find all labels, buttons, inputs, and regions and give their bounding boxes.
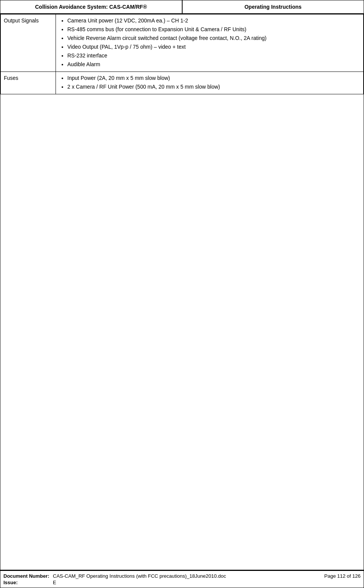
list-item: 2 x Camera / RF Unit Power (500 mA, 20 m… <box>67 83 360 91</box>
table-row: FusesInput Power (2A, 20 mm x 5 mm slow … <box>1 72 364 94</box>
bullet-list: Camera Unit power (12 VDC, 200mA ea.) – … <box>60 17 360 68</box>
spec-table: Output SignalsCamera Unit power (12 VDC,… <box>0 14 364 94</box>
list-item: Video Output (PAL, 1Vp-p / 75 ohm) – vid… <box>67 43 360 51</box>
list-item: RS-232 interface <box>67 52 360 60</box>
page-header: Collision Avoidance System: CAS-CAM/RF® … <box>0 0 364 14</box>
page-wrapper: Collision Avoidance System: CAS-CAM/RF® … <box>0 0 364 588</box>
list-item: Audible Alarm <box>67 60 360 68</box>
doc-number-label: Document Number: <box>3 573 53 579</box>
issue-value: E <box>53 580 304 585</box>
main-content: Output SignalsCamera Unit power (12 VDC,… <box>0 14 364 570</box>
row-label: Fuses <box>1 72 56 94</box>
page-number: Page 112 of 126 <box>304 573 361 579</box>
header-title-right: Operating Instructions <box>183 0 364 13</box>
doc-number-value: CAS-CAM_RF Operating Instructions (with … <box>53 573 304 579</box>
header-title-left: Collision Avoidance System: CAS-CAM/RF® <box>0 0 183 13</box>
issue-label: Issue: <box>3 580 53 585</box>
list-item: Camera Unit power (12 VDC, 200mA ea.) – … <box>67 17 360 25</box>
list-item: Input Power (2A, 20 mm x 5 mm slow blow) <box>67 74 360 82</box>
page-footer: Document Number: CAS-CAM_RF Operating In… <box>0 570 364 588</box>
list-item: Vehicle Reverse Alarm circuit switched c… <box>67 34 360 42</box>
row-value: Input Power (2A, 20 mm x 5 mm slow blow)… <box>56 72 364 94</box>
row-value: Camera Unit power (12 VDC, 200mA ea.) – … <box>56 14 364 72</box>
table-row: Output SignalsCamera Unit power (12 VDC,… <box>1 14 364 72</box>
list-item: RS-485 comms bus (for connection to Expa… <box>67 25 360 33</box>
bullet-list: Input Power (2A, 20 mm x 5 mm slow blow)… <box>60 74 360 91</box>
row-label: Output Signals <box>1 14 56 72</box>
